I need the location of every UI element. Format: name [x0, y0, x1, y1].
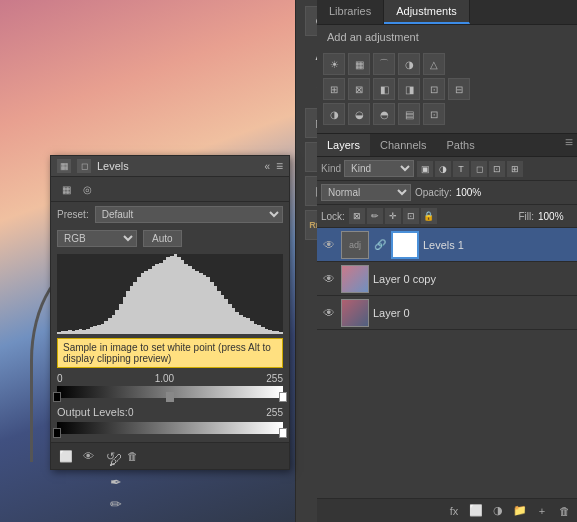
- prop-menu-icon[interactable]: ≡: [276, 159, 283, 173]
- black-point-eyedropper[interactable]: 🖊: [107, 451, 125, 469]
- tab-adjustments[interactable]: Adjustments: [384, 0, 470, 24]
- adj-balance[interactable]: ◧: [373, 78, 395, 100]
- white-point-eyedropper[interactable]: ✏: [107, 495, 125, 513]
- preset-row: Preset: Default: [51, 202, 289, 227]
- kind-row: Kind Kind ▣ ◑ T ◻ ⊡ ⊞: [317, 157, 577, 181]
- layers-tabs: Layers Channels Paths ≡: [317, 133, 577, 157]
- prop-eye-icon[interactable]: 👁: [79, 447, 97, 465]
- layer-row-levels1[interactable]: 👁 adj 🔗 Levels 1: [317, 228, 577, 262]
- layer-name-layer0copy: Layer 0 copy: [373, 273, 573, 285]
- output-label: Output Levels:: [57, 406, 128, 418]
- adj-gradient2[interactable]: ▤: [398, 103, 420, 125]
- adj-row-1: ☀ ▦ ⌒ ◑ △: [323, 53, 571, 75]
- blend-mode-select[interactable]: Normal: [321, 184, 411, 201]
- adj-row-2: ⊞ ⊠ ◧ ◨ ⊡ ⊟: [323, 78, 571, 100]
- input-gradient-slider[interactable]: [57, 386, 283, 398]
- adj-bw[interactable]: ◨: [398, 78, 420, 100]
- properties-panel: ▦ ◻ Levels « ≡ ▦ ◎ Preset: Default RGB A…: [50, 155, 290, 470]
- lock-icons: ⊠ ✏ ✛ ⊡ 🔒: [349, 208, 437, 224]
- adj-row-3: ◑ ◒ ◓ ▤ ⊡: [323, 103, 571, 125]
- panel-options-icon[interactable]: ≡: [565, 134, 573, 150]
- prop-delete-icon[interactable]: 🗑: [123, 447, 141, 465]
- adj-solid[interactable]: ⊡: [423, 103, 445, 125]
- layer-delete-icon[interactable]: 🗑: [555, 502, 573, 520]
- kind-select[interactable]: Kind: [344, 160, 414, 177]
- white-point-handle[interactable]: [279, 392, 287, 402]
- layer-add-icon[interactable]: +: [533, 502, 551, 520]
- input-max-value: 255: [266, 373, 283, 384]
- preset-label: Preset:: [57, 209, 89, 220]
- layer-name-levels1: Levels 1: [423, 239, 573, 251]
- lock-artboard[interactable]: ⊡: [403, 208, 419, 224]
- tab-layers[interactable]: Layers: [317, 134, 370, 156]
- output-gradient-slider[interactable]: [57, 422, 283, 434]
- channel-auto-row: RGB Auto: [51, 227, 289, 250]
- output-white-handle[interactable]: [279, 428, 287, 438]
- kind-type[interactable]: T: [453, 161, 469, 177]
- layer-group-icon[interactable]: 📁: [511, 502, 529, 520]
- adj-color[interactable]: ⊠: [348, 78, 370, 100]
- adj-triangle[interactable]: △: [423, 53, 445, 75]
- adj-invert[interactable]: ◑: [323, 103, 345, 125]
- opacity-label: Opacity:: [415, 187, 452, 198]
- kind-shape[interactable]: ◻: [471, 161, 487, 177]
- gray-point-eyedropper[interactable]: ✒: [107, 473, 125, 491]
- input-min-value: 0: [57, 373, 63, 384]
- kind-pixel[interactable]: ▣: [417, 161, 433, 177]
- layer-mask-levels1: [391, 231, 419, 259]
- prop-icon-eye[interactable]: ◎: [78, 180, 96, 198]
- prop-icon-bar[interactable]: ▦: [57, 180, 75, 198]
- layer-mask-icon[interactable]: ⬜: [467, 502, 485, 520]
- adj-threshold[interactable]: ◓: [373, 103, 395, 125]
- properties-bottom-bar: ⬜ 👁 ↺ 🗑: [51, 442, 289, 469]
- adj-levels[interactable]: ▦: [348, 53, 370, 75]
- channel-select[interactable]: RGB: [57, 230, 137, 247]
- layer-visibility-layer0[interactable]: 👁: [321, 305, 337, 321]
- layer-row-layer0[interactable]: 👁 Layer 0: [317, 296, 577, 330]
- adjustment-icons: ☀ ▦ ⌒ ◑ △ ⊞ ⊠ ◧ ◨ ⊡ ⊟ ◑ ◒ ◓ ▤ ⊡: [317, 49, 577, 129]
- kind-adj[interactable]: ◑: [435, 161, 451, 177]
- input-levels-row: 0 1.00 255: [51, 371, 289, 384]
- layer-adjustment-icon[interactable]: ◑: [489, 502, 507, 520]
- input-mid-value: 1.00: [155, 373, 174, 384]
- kind-smart[interactable]: ⊡: [489, 161, 505, 177]
- layer-visibility-layer0copy[interactable]: 👁: [321, 271, 337, 287]
- adj-hue[interactable]: ⊞: [323, 78, 345, 100]
- properties-header: ▦ ◻ Levels « ≡: [51, 156, 289, 177]
- opacity-value: 100%: [456, 187, 491, 198]
- prop-expand-icon[interactable]: «: [264, 161, 270, 172]
- output-max-value: 255: [266, 407, 283, 418]
- layer-thumb-levels1: adj: [341, 231, 369, 259]
- kind-grid[interactable]: ⊞: [507, 161, 523, 177]
- prop-clip-icon[interactable]: ⬜: [57, 447, 75, 465]
- layer-link-levels1: 🔗: [373, 238, 387, 252]
- preset-select[interactable]: Default: [95, 206, 283, 223]
- adj-photo[interactable]: ⊡: [423, 78, 445, 100]
- adj-curves[interactable]: ⌒: [373, 53, 395, 75]
- layer-fx-icon[interactable]: fx: [445, 502, 463, 520]
- mid-point-handle[interactable]: [166, 392, 174, 402]
- output-black-handle[interactable]: [53, 428, 61, 438]
- tab-paths[interactable]: Paths: [437, 134, 485, 156]
- lock-move[interactable]: ✛: [385, 208, 401, 224]
- auto-button[interactable]: Auto: [143, 230, 182, 247]
- adj-posterize[interactable]: ◒: [348, 103, 370, 125]
- layer-row-layer0copy[interactable]: 👁 Layer 0 copy: [317, 262, 577, 296]
- kind-icons: ▣ ◑ T ◻ ⊡ ⊞: [417, 161, 523, 177]
- adj-exposure[interactable]: ◑: [398, 53, 420, 75]
- tab-libraries[interactable]: Libraries: [317, 0, 384, 24]
- lock-transparent[interactable]: ⊠: [349, 208, 365, 224]
- tab-channels[interactable]: Channels: [370, 134, 436, 156]
- lock-all[interactable]: 🔒: [421, 208, 437, 224]
- prop-histogram-icon[interactable]: ▦: [57, 159, 71, 173]
- kind-label: Kind: [321, 163, 341, 174]
- prop-panel-icon[interactable]: ◻: [77, 159, 91, 173]
- adj-brightness[interactable]: ☀: [323, 53, 345, 75]
- layer-name-layer0: Layer 0: [373, 307, 573, 319]
- layer-visibility-levels1[interactable]: 👁: [321, 237, 337, 253]
- tooltip-bar: Sample in image to set white point (pres…: [57, 338, 283, 368]
- lock-paint[interactable]: ✏: [367, 208, 383, 224]
- black-point-handle[interactable]: [53, 392, 61, 402]
- adj-gradient[interactable]: ⊟: [448, 78, 470, 100]
- lock-fill-row: Lock: ⊠ ✏ ✛ ⊡ 🔒 Fill: 100%: [317, 205, 577, 228]
